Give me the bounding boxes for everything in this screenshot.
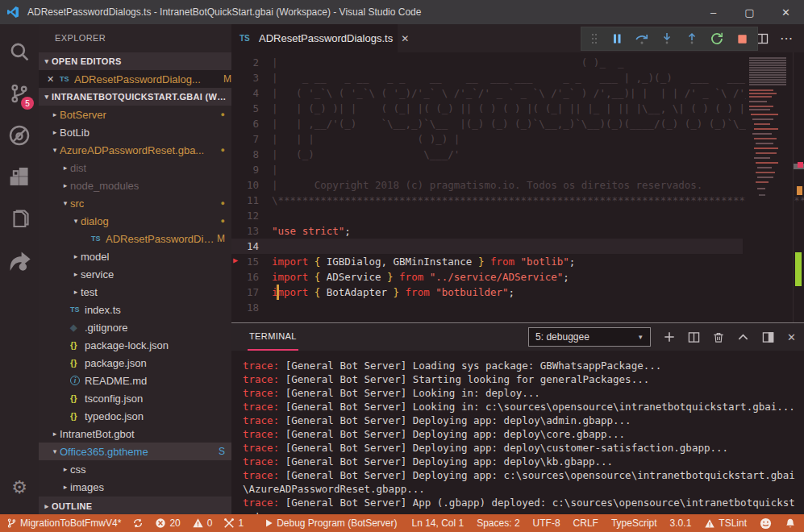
step-into-button[interactable] (660, 31, 673, 46)
code-line-10[interactable]: 10| Copyright 2018 (c) pragmatismo.io. T… (231, 177, 743, 193)
tree-item-office365-gbtheme[interactable]: ▾Office365.gbthemeS (39, 443, 231, 460)
version-item[interactable]: 3.0.1 (670, 517, 692, 529)
tree-item-intranetbot-gbot[interactable]: ▸IntranetBot.gbot (39, 425, 231, 443)
open-editors-header[interactable]: ▾ OPEN EDITORS (39, 52, 231, 70)
search-icon[interactable] (0, 31, 39, 73)
workspace-header[interactable]: ▾ INTRANETBOTQUICKSTART.GBAI (WO... (39, 88, 231, 106)
tree-item-src[interactable]: ▾src● (39, 194, 231, 212)
settings-gear-icon[interactable]: ⚙ (0, 466, 39, 508)
chevron-collapsed-icon[interactable]: ▸ (60, 483, 70, 491)
chevron-collapsed-icon[interactable]: ▸ (71, 270, 81, 278)
maximize-button[interactable]: ▢ (731, 0, 768, 24)
code-line-17[interactable]: 17import { BotAdapter } from "botbuilder… (231, 285, 743, 300)
language-item[interactable]: TypeScript (611, 517, 657, 529)
close-button[interactable]: ✕ (768, 0, 804, 24)
spaces-item[interactable]: Spaces: 2 (477, 517, 519, 529)
errors-item[interactable]: 20 (155, 517, 180, 529)
toggle-panel-icon[interactable] (762, 331, 774, 343)
code-editor[interactable]: 2| ( )_ _3| _ __ _ __ _ _ __ __ ___ ___ … (231, 52, 804, 322)
share-arrow-icon[interactable] (0, 240, 39, 282)
line-col-item[interactable]: Ln 14, Col 1 (411, 517, 464, 529)
tools-item[interactable]: 1 (223, 517, 244, 529)
chevron-expanded-icon[interactable]: ▾ (50, 447, 60, 455)
close-panel-icon[interactable]: ✕ (787, 331, 796, 343)
chevron-expanded-icon[interactable]: ▾ (60, 199, 70, 207)
warnings-item[interactable]: 0 (192, 517, 213, 529)
debug-icon[interactable] (0, 114, 39, 156)
tree-item-dist[interactable]: ▸dist (39, 159, 231, 177)
code-line-12[interactable]: 12 (231, 208, 743, 223)
code-line-5[interactable]: 5| | (_) )| | ( (_| |( (_) || ( ) ( ) |(… (231, 101, 743, 116)
tslint-item[interactable]: TSLint (704, 517, 747, 529)
tree-item-tsconfig-json[interactable]: {}tsconfig.json (39, 389, 231, 407)
restart-button[interactable] (710, 31, 724, 46)
debug-program-item[interactable]: Debug Program (BotServer) (265, 517, 397, 529)
scrollbar[interactable] (793, 52, 804, 322)
terminal-tab[interactable]: TERMINAL (248, 323, 298, 351)
tree-item-model[interactable]: ▸model (39, 247, 231, 265)
tree-item--gitignore[interactable]: ◆.gitignore (39, 318, 231, 336)
split-terminal-icon[interactable] (688, 331, 700, 343)
tree-item-dialog[interactable]: ▾dialog● (39, 212, 231, 230)
tree-item-service[interactable]: ▸service (39, 265, 231, 283)
tree-item-images[interactable]: ▸images (39, 478, 231, 496)
code-line-11[interactable]: 11\*************************************… (231, 193, 743, 208)
code-line-13[interactable]: 13"use strict"; (231, 223, 743, 239)
encoding-item[interactable]: UTF-8 (533, 517, 560, 529)
chevron-collapsed-icon[interactable]: ▸ (50, 110, 60, 118)
code-line-8[interactable]: 8| (_) \___/' (231, 147, 743, 162)
eol-item[interactable]: CRLF (573, 517, 598, 529)
chevron-expanded-icon[interactable]: ▾ (50, 146, 60, 154)
tree-item-css[interactable]: ▸css (39, 460, 231, 478)
minimap[interactable] (746, 52, 793, 322)
chevron-collapsed-icon[interactable]: ▸ (71, 288, 81, 296)
chevron-collapsed-icon[interactable]: ▸ (50, 430, 60, 438)
kill-terminal-icon[interactable] (713, 331, 724, 343)
tab-adresetpassworddialogs[interactable]: TS ADResetPasswordDialogs.ts ✕ (231, 24, 398, 52)
more-actions-icon[interactable]: ⋯ (780, 31, 793, 46)
chevron-collapsed-icon[interactable]: ▸ (60, 465, 70, 473)
code-line-6[interactable]: 6| | ,__/'(_) `\__,_)`\__ |(_) (_) (_)`\… (231, 116, 743, 131)
chevron-collapsed-icon[interactable]: ▸ (60, 164, 70, 172)
terminal-select[interactable]: 5: debuggee ▼ (528, 327, 651, 347)
tree-item-botlib[interactable]: ▸BotLib (39, 123, 231, 141)
tree-item-test[interactable]: ▸test (39, 283, 231, 301)
code-line-18[interactable]: 18 (231, 300, 743, 315)
code-line-15[interactable]: 15▶import { IGBDialog, GBMinInstance } f… (231, 254, 743, 269)
code-line-16[interactable]: 16import { ADService } from "../service/… (231, 269, 743, 285)
terminal-output[interactable]: trace: [General Bot Server] Loading sys … (231, 351, 804, 514)
code-line-3[interactable]: 3| _ __ _ __ _ _ __ __ ___ ___ _ _ ___ |… (231, 70, 743, 85)
step-out-button[interactable] (685, 31, 698, 46)
chevron-expanded-icon[interactable]: ▾ (71, 217, 81, 225)
toolbar-drag-handle[interactable] (590, 32, 598, 45)
minimize-button[interactable]: – (695, 0, 731, 24)
outline-header[interactable]: ▸ OUTLINE (39, 497, 231, 514)
source-control-icon[interactable]: 5 (0, 73, 39, 114)
open-editor-item[interactable]: ✕ TS ADResetPasswordDialog... M (39, 70, 231, 88)
feedback-smiley-icon[interactable] (760, 517, 772, 530)
tree-item-package-json[interactable]: {}package.json (39, 354, 231, 372)
extensions-icon[interactable] (0, 156, 39, 198)
tree-item-node-modules[interactable]: ▸node_modules (39, 177, 231, 194)
code-line-7[interactable]: 7| | | ( )_) | (231, 131, 743, 147)
code-line-9[interactable]: 9| (231, 162, 743, 177)
pause-button[interactable] (610, 32, 623, 45)
pages-icon[interactable] (0, 198, 39, 240)
tree-item-readme-md[interactable]: iREADME.md (39, 372, 231, 389)
step-over-button[interactable] (635, 31, 649, 46)
notifications-bell-icon[interactable] (785, 517, 796, 530)
git-branch-item[interactable]: MigrationToBotFmwV4* (6, 517, 121, 529)
tree-item-typedoc-json[interactable]: {}typedoc.json (39, 407, 231, 425)
stop-button[interactable] (736, 33, 748, 45)
tree-item-package-lock-json[interactable]: {}package-lock.json (39, 336, 231, 354)
tree-item-index-ts[interactable]: TSindex.ts (39, 301, 231, 318)
chevron-collapsed-icon[interactable]: ▸ (60, 181, 70, 189)
close-icon[interactable]: ✕ (47, 74, 60, 85)
tree-item-botserver[interactable]: ▸BotServer● (39, 106, 231, 123)
tab-close-icon[interactable]: ✕ (401, 33, 409, 44)
new-terminal-icon[interactable] (664, 331, 675, 343)
maximize-panel-icon[interactable] (737, 331, 749, 343)
code-line-2[interactable]: 2| ( )_ _ (231, 55, 743, 70)
code-line-4[interactable]: 4| ( '_`\ ( '_`\ ( '_)/'_` \ /'_`/' _ ` … (231, 85, 743, 101)
sync-icon[interactable] (132, 517, 144, 529)
